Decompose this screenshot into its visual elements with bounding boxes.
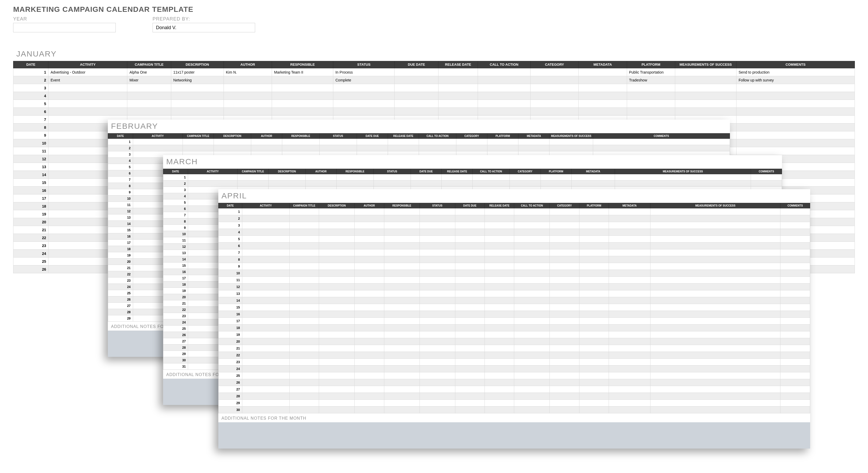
data-cell[interactable] <box>751 174 782 180</box>
data-cell[interactable] <box>530 76 579 84</box>
data-cell[interactable]: Send to production <box>737 68 855 76</box>
data-cell[interactable] <box>514 229 550 236</box>
data-cell[interactable] <box>242 256 289 263</box>
data-cell[interactable] <box>780 283 810 291</box>
data-cell[interactable] <box>384 386 420 393</box>
data-cell[interactable] <box>780 277 810 283</box>
data-cell[interactable] <box>319 208 354 215</box>
data-cell[interactable] <box>780 386 810 393</box>
data-cell[interactable] <box>514 263 550 270</box>
data-cell[interactable] <box>319 145 357 151</box>
data-cell[interactable] <box>268 180 305 187</box>
data-cell[interactable] <box>650 304 780 311</box>
data-cell[interactable] <box>550 283 579 291</box>
data-cell[interactable] <box>780 318 810 325</box>
date-cell[interactable]: 11 <box>219 277 242 283</box>
data-cell[interactable] <box>579 331 609 338</box>
data-cell[interactable] <box>354 215 384 222</box>
data-cell[interactable] <box>650 400 780 407</box>
data-cell[interactable] <box>373 174 411 180</box>
date-cell[interactable]: 19 <box>163 288 188 294</box>
data-cell[interactable] <box>514 359 550 366</box>
data-cell[interactable] <box>650 236 780 242</box>
data-cell[interactable] <box>650 229 780 236</box>
data-cell[interactable]: Advertising - Outdoor <box>49 68 127 76</box>
data-cell[interactable] <box>780 338 810 345</box>
data-cell[interactable] <box>420 222 455 229</box>
data-cell[interactable] <box>420 297 455 304</box>
data-cell[interactable] <box>319 256 354 263</box>
data-cell[interactable] <box>242 263 289 270</box>
data-cell[interactable] <box>455 318 485 325</box>
data-cell[interactable] <box>289 352 319 359</box>
data-cell[interactable] <box>550 400 579 407</box>
data-cell[interactable] <box>272 92 333 100</box>
date-cell[interactable]: 22 <box>163 307 188 313</box>
data-cell[interactable] <box>650 366 780 372</box>
data-cell[interactable] <box>333 92 395 100</box>
date-cell[interactable]: 4 <box>219 229 242 236</box>
data-cell[interactable] <box>780 352 810 359</box>
date-cell[interactable]: 25 <box>108 290 133 296</box>
data-cell[interactable] <box>737 115 855 124</box>
data-cell[interactable] <box>550 318 579 325</box>
data-cell[interactable] <box>514 256 550 263</box>
data-cell[interactable] <box>609 338 650 345</box>
date-cell[interactable]: 9 <box>163 225 188 231</box>
data-cell[interactable] <box>571 180 615 187</box>
data-cell[interactable] <box>224 92 272 100</box>
data-cell[interactable] <box>514 291 550 297</box>
data-cell[interactable] <box>242 270 289 277</box>
data-cell[interactable] <box>650 318 780 325</box>
data-cell[interactable] <box>514 304 550 311</box>
notes-box-april[interactable] <box>218 422 810 448</box>
data-cell[interactable] <box>388 139 419 145</box>
data-cell[interactable] <box>609 386 650 393</box>
data-cell[interactable] <box>485 352 514 359</box>
data-cell[interactable] <box>289 208 319 215</box>
data-cell[interactable] <box>289 291 319 297</box>
data-cell[interactable] <box>242 215 289 222</box>
data-cell[interactable] <box>354 407 384 413</box>
data-cell[interactable] <box>456 139 487 145</box>
data-cell[interactable] <box>579 318 609 325</box>
data-cell[interactable] <box>579 345 609 352</box>
data-cell[interactable] <box>289 256 319 263</box>
data-cell[interactable] <box>514 311 550 318</box>
data-cell[interactable] <box>579 297 609 304</box>
data-cell[interactable] <box>485 345 514 352</box>
data-cell[interactable] <box>242 359 289 366</box>
data-cell[interactable] <box>650 215 780 222</box>
date-cell[interactable]: 20 <box>13 218 49 226</box>
data-cell[interactable] <box>485 236 514 242</box>
data-cell[interactable] <box>442 180 473 187</box>
data-cell[interactable] <box>650 325 780 331</box>
data-cell[interactable] <box>420 215 455 222</box>
data-cell[interactable] <box>455 359 485 366</box>
data-cell[interactable] <box>214 145 251 151</box>
data-cell[interactable] <box>579 76 627 84</box>
data-cell[interactable] <box>319 229 354 236</box>
data-cell[interactable] <box>550 222 579 229</box>
date-cell[interactable]: 3 <box>163 187 188 193</box>
data-cell[interactable] <box>420 277 455 283</box>
data-cell[interactable] <box>289 407 319 413</box>
data-cell[interactable] <box>780 345 810 352</box>
data-cell[interactable] <box>780 215 810 222</box>
data-cell[interactable] <box>579 283 609 291</box>
data-cell[interactable]: In Process <box>333 68 395 76</box>
data-cell[interactable] <box>384 229 420 236</box>
data-cell[interactable] <box>242 318 289 325</box>
data-cell[interactable] <box>455 236 485 242</box>
data-cell[interactable] <box>420 318 455 325</box>
date-cell[interactable]: 18 <box>163 281 188 288</box>
data-cell[interactable] <box>49 100 127 108</box>
data-cell[interactable] <box>780 311 810 318</box>
data-cell[interactable] <box>384 222 420 229</box>
date-cell[interactable]: 27 <box>219 386 242 393</box>
date-cell[interactable]: 1 <box>13 68 49 76</box>
data-cell[interactable] <box>420 249 455 256</box>
data-cell[interactable] <box>579 359 609 366</box>
date-cell[interactable]: 16 <box>163 269 188 275</box>
data-cell[interactable] <box>609 291 650 297</box>
